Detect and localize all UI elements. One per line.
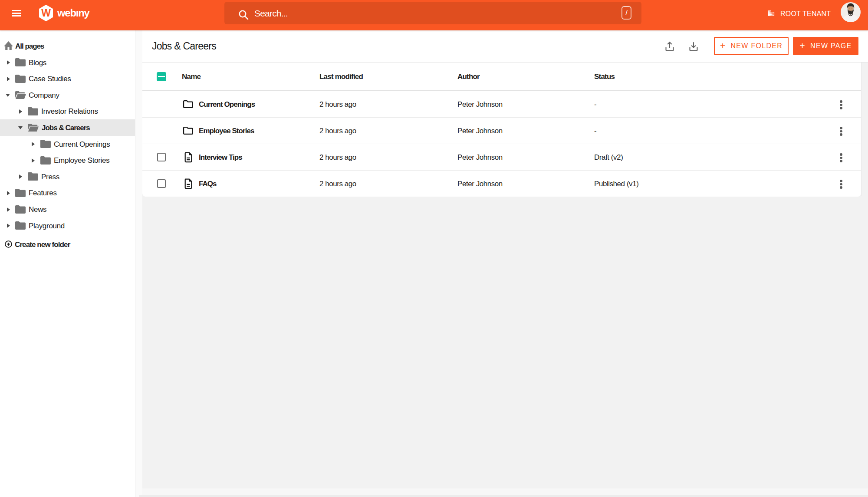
svg-text:W: W [41,7,51,19]
